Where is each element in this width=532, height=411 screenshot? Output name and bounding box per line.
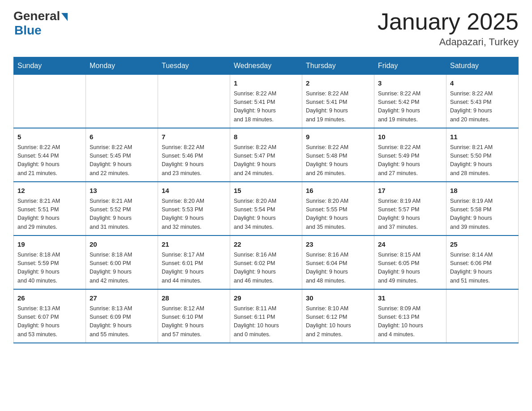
title-area: January 2025 Adapazari, Turkey <box>378 9 519 48</box>
day-number: 9 <box>306 132 370 142</box>
day-number: 19 <box>17 240 82 250</box>
calendar-cell: 20Sunrise: 8:18 AM Sunset: 6:00 PM Dayli… <box>86 235 158 289</box>
day-number: 5 <box>17 132 82 142</box>
logo: General Blue <box>13 9 68 38</box>
calendar-cell: 9Sunrise: 8:22 AM Sunset: 5:48 PM Daylig… <box>302 128 374 182</box>
day-number: 23 <box>306 240 370 250</box>
day-number: 29 <box>234 293 298 304</box>
weekday-header-wednesday: Wednesday <box>230 57 302 75</box>
calendar-cell: 31Sunrise: 8:09 AM Sunset: 6:13 PM Dayli… <box>374 289 446 343</box>
calendar-cell: 3Sunrise: 8:22 AM Sunset: 5:42 PM Daylig… <box>374 75 446 128</box>
day-number: 18 <box>450 186 515 196</box>
day-info: Sunrise: 8:10 AM Sunset: 6:12 PM Dayligh… <box>306 304 370 339</box>
calendar-cell: 21Sunrise: 8:17 AM Sunset: 6:01 PM Dayli… <box>158 235 230 289</box>
day-info: Sunrise: 8:22 AM Sunset: 5:43 PM Dayligh… <box>450 90 515 124</box>
day-number: 8 <box>234 132 298 142</box>
day-info: Sunrise: 8:11 AM Sunset: 6:11 PM Dayligh… <box>234 304 298 339</box>
calendar-cell: 1Sunrise: 8:22 AM Sunset: 5:41 PM Daylig… <box>230 75 302 128</box>
calendar-cell: 29Sunrise: 8:11 AM Sunset: 6:11 PM Dayli… <box>230 289 302 343</box>
day-info: Sunrise: 8:18 AM Sunset: 6:00 PM Dayligh… <box>90 251 154 286</box>
calendar-cell: 5Sunrise: 8:22 AM Sunset: 5:44 PM Daylig… <box>14 128 86 182</box>
calendar-cell: 17Sunrise: 8:19 AM Sunset: 5:57 PM Dayli… <box>374 182 446 235</box>
day-info: Sunrise: 8:12 AM Sunset: 6:10 PM Dayligh… <box>162 304 226 339</box>
day-number: 25 <box>450 240 515 250</box>
logo-general-text: General <box>13 9 60 23</box>
calendar-cell: 25Sunrise: 8:14 AM Sunset: 6:06 PM Dayli… <box>446 235 519 289</box>
day-info: Sunrise: 8:13 AM Sunset: 6:07 PM Dayligh… <box>17 304 82 339</box>
day-number: 30 <box>306 293 370 304</box>
calendar-subtitle: Adapazari, Turkey <box>378 36 519 48</box>
day-number: 11 <box>450 132 515 142</box>
day-info: Sunrise: 8:13 AM Sunset: 6:09 PM Dayligh… <box>90 304 154 339</box>
weekday-header-thursday: Thursday <box>302 57 374 75</box>
day-info: Sunrise: 8:21 AM Sunset: 5:52 PM Dayligh… <box>90 197 154 232</box>
day-info: Sunrise: 8:17 AM Sunset: 6:01 PM Dayligh… <box>162 251 226 286</box>
day-number: 24 <box>378 240 442 250</box>
day-number: 10 <box>378 132 442 142</box>
day-info: Sunrise: 8:22 AM Sunset: 5:46 PM Dayligh… <box>162 143 226 178</box>
week-row-5: 26Sunrise: 8:13 AM Sunset: 6:07 PM Dayli… <box>14 289 519 343</box>
calendar-cell: 10Sunrise: 8:22 AM Sunset: 5:49 PM Dayli… <box>374 128 446 182</box>
day-info: Sunrise: 8:22 AM Sunset: 5:41 PM Dayligh… <box>234 90 298 124</box>
calendar-cell: 13Sunrise: 8:21 AM Sunset: 5:52 PM Dayli… <box>86 182 158 235</box>
day-number: 4 <box>450 78 515 89</box>
calendar-cell: 7Sunrise: 8:22 AM Sunset: 5:46 PM Daylig… <box>158 128 230 182</box>
day-number: 17 <box>378 186 442 196</box>
day-info: Sunrise: 8:18 AM Sunset: 5:59 PM Dayligh… <box>17 251 82 286</box>
day-number: 2 <box>306 78 370 89</box>
weekday-header-row: SundayMondayTuesdayWednesdayThursdayFrid… <box>14 57 519 75</box>
day-info: Sunrise: 8:16 AM Sunset: 6:04 PM Dayligh… <box>306 251 370 286</box>
calendar-table: SundayMondayTuesdayWednesdayThursdayFrid… <box>13 57 519 343</box>
day-info: Sunrise: 8:22 AM Sunset: 5:44 PM Dayligh… <box>17 143 82 178</box>
calendar-cell: 22Sunrise: 8:16 AM Sunset: 6:02 PM Dayli… <box>230 235 302 289</box>
day-info: Sunrise: 8:22 AM Sunset: 5:45 PM Dayligh… <box>90 143 154 178</box>
day-info: Sunrise: 8:14 AM Sunset: 6:06 PM Dayligh… <box>450 251 515 286</box>
calendar-cell <box>14 75 86 128</box>
week-row-4: 19Sunrise: 8:18 AM Sunset: 5:59 PM Dayli… <box>14 235 519 289</box>
week-row-3: 12Sunrise: 8:21 AM Sunset: 5:51 PM Dayli… <box>14 182 519 235</box>
calendar-cell: 12Sunrise: 8:21 AM Sunset: 5:51 PM Dayli… <box>14 182 86 235</box>
day-info: Sunrise: 8:22 AM Sunset: 5:42 PM Dayligh… <box>378 90 442 124</box>
calendar-cell: 26Sunrise: 8:13 AM Sunset: 6:07 PM Dayli… <box>14 289 86 343</box>
day-info: Sunrise: 8:20 AM Sunset: 5:55 PM Dayligh… <box>306 197 370 232</box>
calendar-cell: 23Sunrise: 8:16 AM Sunset: 6:04 PM Dayli… <box>302 235 374 289</box>
day-number: 22 <box>234 240 298 250</box>
calendar-cell: 4Sunrise: 8:22 AM Sunset: 5:43 PM Daylig… <box>446 75 519 128</box>
day-info: Sunrise: 8:09 AM Sunset: 6:13 PM Dayligh… <box>378 304 442 339</box>
week-row-2: 5Sunrise: 8:22 AM Sunset: 5:44 PM Daylig… <box>14 128 519 182</box>
calendar-cell: 14Sunrise: 8:20 AM Sunset: 5:53 PM Dayli… <box>158 182 230 235</box>
calendar-title: January 2025 <box>378 9 519 34</box>
day-number: 28 <box>162 293 226 304</box>
day-info: Sunrise: 8:19 AM Sunset: 5:57 PM Dayligh… <box>378 197 442 232</box>
day-info: Sunrise: 8:20 AM Sunset: 5:54 PM Dayligh… <box>234 197 298 232</box>
day-number: 7 <box>162 132 226 142</box>
day-info: Sunrise: 8:22 AM Sunset: 5:41 PM Dayligh… <box>306 90 370 124</box>
page-header: General Blue January 2025 Adapazari, Tur… <box>13 9 519 48</box>
calendar-cell: 2Sunrise: 8:22 AM Sunset: 5:41 PM Daylig… <box>302 75 374 128</box>
calendar-cell <box>158 75 230 128</box>
day-number: 13 <box>90 186 154 196</box>
weekday-header-saturday: Saturday <box>446 57 519 75</box>
calendar-cell: 27Sunrise: 8:13 AM Sunset: 6:09 PM Dayli… <box>86 289 158 343</box>
day-number: 6 <box>90 132 154 142</box>
calendar-cell: 28Sunrise: 8:12 AM Sunset: 6:10 PM Dayli… <box>158 289 230 343</box>
day-number: 26 <box>17 293 82 304</box>
day-number: 16 <box>306 186 370 196</box>
day-info: Sunrise: 8:22 AM Sunset: 5:47 PM Dayligh… <box>234 143 298 178</box>
day-info: Sunrise: 8:21 AM Sunset: 5:50 PM Dayligh… <box>450 143 515 178</box>
logo-blue-text: Blue <box>14 23 42 38</box>
day-info: Sunrise: 8:22 AM Sunset: 5:49 PM Dayligh… <box>378 143 442 178</box>
day-number: 15 <box>234 186 298 196</box>
calendar-cell: 6Sunrise: 8:22 AM Sunset: 5:45 PM Daylig… <box>86 128 158 182</box>
calendar-cell <box>86 75 158 128</box>
calendar-cell: 19Sunrise: 8:18 AM Sunset: 5:59 PM Dayli… <box>14 235 86 289</box>
day-number: 14 <box>162 186 226 196</box>
day-info: Sunrise: 8:19 AM Sunset: 5:58 PM Dayligh… <box>450 197 515 232</box>
calendar-cell <box>446 289 519 343</box>
calendar-cell: 18Sunrise: 8:19 AM Sunset: 5:58 PM Dayli… <box>446 182 519 235</box>
weekday-header-friday: Friday <box>374 57 446 75</box>
calendar-cell: 11Sunrise: 8:21 AM Sunset: 5:50 PM Dayli… <box>446 128 519 182</box>
day-info: Sunrise: 8:16 AM Sunset: 6:02 PM Dayligh… <box>234 251 298 286</box>
day-info: Sunrise: 8:22 AM Sunset: 5:48 PM Dayligh… <box>306 143 370 178</box>
day-number: 3 <box>378 78 442 89</box>
